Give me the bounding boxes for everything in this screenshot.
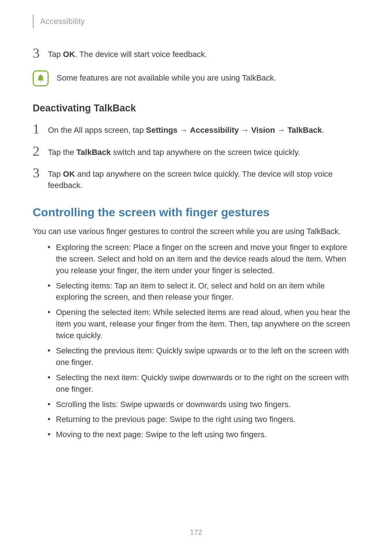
bold-text: Settings <box>146 126 177 135</box>
step-number: 3 <box>33 166 48 191</box>
header-accent-bar <box>33 15 34 28</box>
bullet-text: Selecting the next item: Quickly swipe d… <box>56 372 359 395</box>
step-text: Tap the TalkBack switch and tap anywhere… <box>48 146 300 158</box>
bullet-dot <box>48 418 50 420</box>
bold-text: TalkBack <box>76 148 111 157</box>
bullet-dot <box>48 376 50 378</box>
step-2: 2 Tap the TalkBack switch and tap anywhe… <box>33 146 359 158</box>
page-number: 172 <box>0 528 392 537</box>
step-text: Tap OK. The device will start voice feed… <box>48 48 207 60</box>
bullet-text: Opening the selected item: While selecte… <box>56 307 359 341</box>
text: On the All apps screen, tap <box>48 126 146 135</box>
bullet-dot <box>48 403 50 405</box>
step-number: 1 <box>33 122 48 136</box>
arrow: → <box>239 126 251 135</box>
list-item: Selecting the previous item: Quickly swi… <box>48 345 359 368</box>
bullet-text: Selecting items: Tap an item to select i… <box>56 280 359 303</box>
text: . <box>322 126 324 135</box>
bullet-dot <box>48 284 50 287</box>
step-number: 3 <box>33 46 48 60</box>
bullet-dot <box>48 433 50 435</box>
bullet-text: Exploring the screen: Place a finger on … <box>56 242 359 276</box>
step-text: Tap OK and tap anywhere on the screen tw… <box>48 168 359 191</box>
section-heading: Controlling the screen with finger gestu… <box>33 206 359 219</box>
list-item: Opening the selected item: While selecte… <box>48 307 359 341</box>
list-item: Exploring the screen: Place a finger on … <box>48 242 359 276</box>
arrow: → <box>275 126 287 135</box>
page-header: Accessibility <box>33 15 359 28</box>
bullet-dot <box>48 246 50 248</box>
bell-icon <box>33 70 49 86</box>
list-item: Selecting the next item: Quickly swipe d… <box>48 372 359 395</box>
text: Tap <box>48 50 63 59</box>
list-item: Scrolling the lists: Swipe upwards or do… <box>48 399 359 410</box>
note-callout: Some features are not available while yo… <box>33 70 359 86</box>
bullet-text: Selecting the previous item: Quickly swi… <box>56 345 359 368</box>
text: switch and tap anywhere on the screen tw… <box>111 148 300 157</box>
step-text: On the All apps screen, tap Settings → A… <box>48 124 324 136</box>
text: and tap anywhere on the screen twice qui… <box>48 169 332 190</box>
bold-text: OK <box>63 169 75 178</box>
bold-text: Accessibility <box>190 126 239 135</box>
step-number: 2 <box>33 144 48 158</box>
section-intro: You can use various finger gestures to c… <box>33 226 359 237</box>
bullet-text: Moving to the next page: Swipe to the le… <box>56 429 267 440</box>
list-item: Returning to the previous page: Swipe to… <box>48 414 359 425</box>
bold-text: TalkBack <box>287 126 322 135</box>
step-1: 1 On the All apps screen, tap Settings →… <box>33 124 359 136</box>
page-content: Accessibility 3 Tap OK. The device will … <box>0 0 392 440</box>
bullet-dot <box>48 311 50 313</box>
bullet-list: Exploring the screen: Place a finger on … <box>33 242 359 440</box>
arrow: → <box>177 126 190 135</box>
step-3-continue: 3 Tap OK. The device will start voice fe… <box>33 48 359 60</box>
bullet-text: Returning to the previous page: Swipe to… <box>56 414 295 425</box>
step-3: 3 Tap OK and tap anywhere on the screen … <box>33 168 359 191</box>
text: . The device will start voice feedback. <box>75 50 207 59</box>
bullet-text: Scrolling the lists: Swipe upwards or do… <box>56 399 291 410</box>
list-item: Moving to the next page: Swipe to the le… <box>48 429 359 440</box>
text: Tap the <box>48 148 76 157</box>
note-text: Some features are not available while yo… <box>57 70 276 83</box>
text: Tap <box>48 169 63 178</box>
header-title: Accessibility <box>40 17 85 26</box>
bold-text: OK <box>63 50 75 59</box>
bullet-dot <box>48 349 50 352</box>
subheading-deactivating: Deactivating TalkBack <box>33 103 359 114</box>
bold-text: Vision <box>251 126 275 135</box>
list-item: Selecting items: Tap an item to select i… <box>48 280 359 303</box>
